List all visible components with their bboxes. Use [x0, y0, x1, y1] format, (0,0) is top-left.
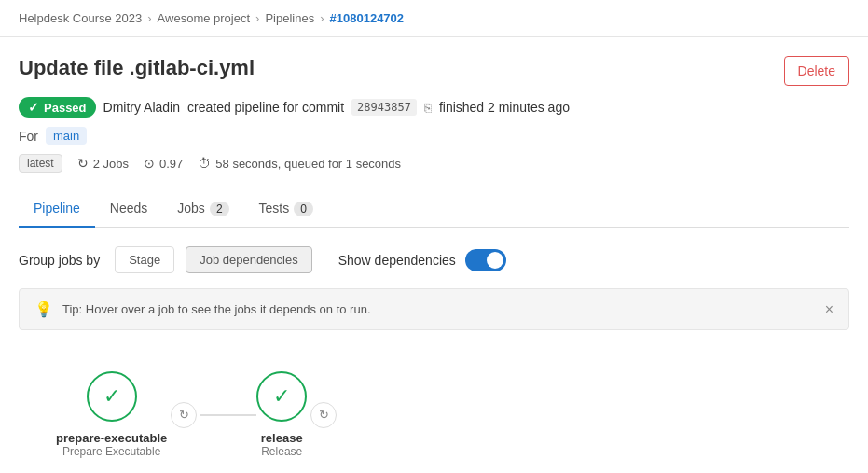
pipeline-meta: ✓ Passed Dmitry Aladin created pipeline …: [19, 97, 849, 118]
controls-row: Group jobs by Stage Job dependencies Sho…: [19, 246, 849, 273]
tab-jobs[interactable]: Jobs2: [162, 191, 243, 228]
status-label: Passed: [44, 101, 87, 115]
check-circle-icon: ✓: [28, 100, 39, 115]
job-circle-release: ✓: [256, 371, 307, 422]
action-text: created pipeline for commit: [187, 100, 344, 115]
author-name: Dmitry Aladin: [103, 100, 180, 115]
breadcrumb-sep-3: ›: [320, 11, 324, 25]
tip-close-button[interactable]: ×: [825, 301, 834, 318]
tab-jobs-label: Jobs: [177, 201, 205, 216]
breadcrumb-sep-1: ›: [147, 11, 151, 25]
lightbulb-icon: 💡: [34, 300, 53, 318]
tabs-bar: Pipeline Needs Jobs2 Tests0: [19, 191, 849, 228]
show-deps-label: Show dependencies: [338, 253, 456, 268]
stats-row: latest ↻ 2 Jobs ⊙ 0.97 ⏱ 58 seconds, que…: [19, 154, 849, 173]
branch-badge[interactable]: main: [46, 127, 87, 145]
breadcrumb: Helpdesk Course 2023 › Awesome project ›…: [0, 0, 868, 37]
job-node-prepare-executable: ✓ prepare-executable Prepare Executable: [56, 371, 167, 458]
main-content: Update file .gitlab-ci.yml Delete ✓ Pass…: [0, 37, 868, 473]
connector-line-1: [200, 414, 256, 416]
score-value: 0.97: [159, 157, 183, 171]
tab-needs[interactable]: Needs: [95, 191, 162, 228]
copy-icon[interactable]: ⎘: [424, 101, 432, 115]
latest-badge: latest: [19, 154, 62, 173]
job-info-release: release Release: [261, 425, 303, 458]
retry-button-release[interactable]: ↻: [310, 402, 337, 428]
score-stat: ⊙ 0.97: [144, 156, 183, 171]
show-dependencies-toggle[interactable]: ✓: [465, 249, 506, 271]
finished-text: finished 2 minutes ago: [439, 100, 570, 115]
tab-jobs-badge: 2: [210, 202, 229, 216]
breadcrumb-link-pipelines[interactable]: Pipelines: [265, 11, 314, 25]
pipeline-diagram: ✓ prepare-executable Prepare Executable …: [19, 353, 849, 473]
tip-bar: 💡 Tip: Hover over a job to see the jobs …: [19, 288, 849, 330]
tab-pipeline[interactable]: Pipeline: [19, 191, 95, 228]
header-row: Update file .gitlab-ci.yml Delete: [19, 56, 849, 86]
job-connector-2: ↻: [307, 402, 340, 428]
duration-text: 58 seconds, queued for 1 seconds: [215, 157, 401, 171]
breadcrumb-link-helpdesk[interactable]: Helpdesk Course 2023: [19, 11, 142, 25]
job-node-release: ✓ release Release: [256, 371, 307, 458]
job-name-prepare: prepare-executable: [56, 431, 167, 445]
job-desc-prepare: Prepare Executable: [56, 445, 167, 458]
for-label: For: [19, 129, 38, 144]
job-connector-1: ↻: [167, 402, 256, 428]
job-name-release: release: [261, 431, 303, 445]
job-desc-release: Release: [261, 445, 303, 458]
tab-tests[interactable]: Tests0: [244, 191, 328, 228]
jobs-count: 2 Jobs: [93, 157, 129, 171]
tab-tests-label: Tests: [259, 201, 290, 216]
jobs-stat: ↻ 2 Jobs: [77, 156, 129, 171]
retry-button-prepare[interactable]: ↻: [171, 402, 197, 428]
job-dependencies-button[interactable]: Job dependencies: [186, 246, 312, 273]
job-check-icon-prepare: ✓: [103, 384, 120, 409]
group-label: Group jobs by: [19, 253, 100, 268]
job-info-prepare: prepare-executable Prepare Executable: [56, 425, 167, 458]
duration-stat: ⏱ 58 seconds, queued for 1 seconds: [198, 156, 401, 171]
page-title: Update file .gitlab-ci.yml: [19, 56, 255, 80]
tip-text: Tip: Hover over a job to see the jobs it…: [62, 302, 371, 316]
commit-hash[interactable]: 28943857: [351, 99, 417, 116]
toggle-slider: ✓: [465, 249, 506, 271]
stage-button[interactable]: Stage: [115, 246, 174, 273]
clock-icon: ⏱: [198, 156, 211, 171]
for-row: For main: [19, 127, 849, 145]
job-check-icon-release: ✓: [273, 384, 290, 409]
breadcrumb-link-project[interactable]: Awesome project: [158, 11, 250, 25]
timer-icon: ⊙: [144, 156, 155, 171]
tab-tests-badge: 0: [294, 202, 313, 216]
passed-badge: ✓ Passed: [19, 97, 96, 118]
toggle-check-icon: ✓: [493, 254, 502, 266]
show-dependencies-control: Show dependencies ✓: [338, 249, 506, 271]
job-circle-prepare: ✓: [87, 371, 137, 422]
breadcrumb-current: #1080124702: [330, 11, 405, 25]
breadcrumb-sep-2: ›: [255, 11, 259, 25]
delete-button[interactable]: Delete: [784, 56, 849, 86]
refresh-icon: ↻: [77, 156, 89, 171]
